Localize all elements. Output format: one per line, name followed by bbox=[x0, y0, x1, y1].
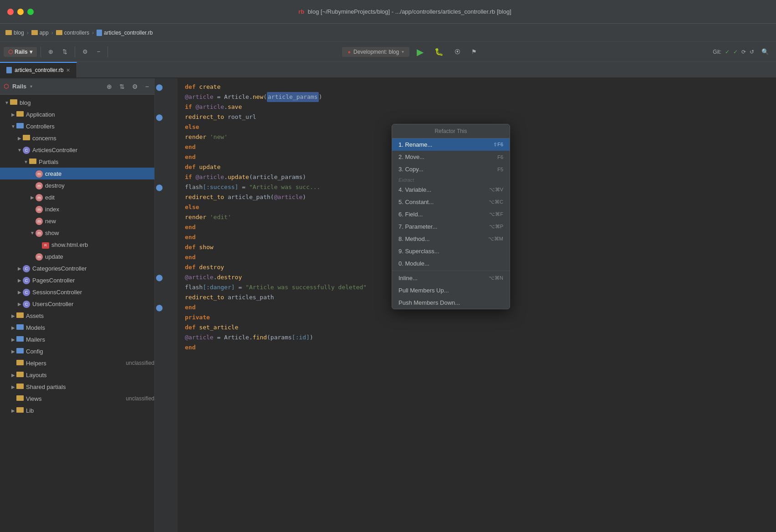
add-button[interactable]: ⊕ bbox=[45, 46, 57, 57]
context-menu-item-variable[interactable]: 4. Variable... ⌥⌘V bbox=[392, 184, 510, 196]
file-icon bbox=[6, 67, 12, 73]
traffic-lights[interactable] bbox=[7, 9, 34, 15]
context-menu-item-rename[interactable]: 1. Rename... ⇧F6 bbox=[392, 138, 510, 151]
sidebar-item-controllers[interactable]: ▼ Controllers bbox=[0, 120, 154, 132]
sidebar-item-edit[interactable]: ▶ m edit bbox=[0, 191, 154, 203]
context-menu-section-extract: Extract bbox=[392, 175, 510, 184]
sidebar-item-layouts[interactable]: ▶ Layouts bbox=[0, 369, 154, 381]
tab-close-button[interactable]: ✕ bbox=[66, 67, 70, 73]
folder-icon bbox=[16, 360, 24, 365]
method-icon: m bbox=[36, 230, 43, 237]
sidebar-add-button[interactable]: ⊕ bbox=[105, 82, 114, 91]
method-icon: m bbox=[36, 206, 43, 213]
folder-icon bbox=[16, 348, 24, 353]
controller-icon: C bbox=[23, 277, 30, 284]
folder-icon bbox=[16, 324, 24, 330]
sidebar-item-pages-controller[interactable]: ▶ C PagesController bbox=[0, 274, 154, 286]
context-menu-item-parameter[interactable]: 7. Parameter... ⌥⌘P bbox=[392, 220, 510, 233]
breadcrumb-controllers[interactable]: controllers bbox=[56, 30, 89, 36]
minimize-button[interactable] bbox=[17, 9, 24, 15]
sync-button[interactable]: ⇅ bbox=[59, 46, 71, 57]
sidebar-item-categories-controller[interactable]: ▶ C CategoriesController bbox=[0, 262, 154, 274]
profile-button[interactable]: ⚑ bbox=[468, 46, 480, 57]
file-icon bbox=[97, 30, 102, 36]
sidebar-item-shared-partials[interactable]: ▶ Shared partials bbox=[0, 381, 154, 393]
controller-icon: C bbox=[23, 265, 30, 272]
context-menu-item-push-members-down[interactable]: Push Members Down... bbox=[392, 297, 510, 309]
context-menu-item-method[interactable]: 8. Method... ⌥⌘M bbox=[392, 233, 510, 245]
sidebar-item-helpers[interactable]: Helpers unclassified bbox=[0, 357, 154, 369]
toolbar-separator bbox=[107, 46, 108, 57]
sidebar-item-articles-controller[interactable]: ▼ C ArticlesController bbox=[0, 144, 154, 156]
folder-icon bbox=[16, 384, 24, 389]
breadcrumb-blog[interactable]: blog bbox=[5, 30, 24, 36]
tab-bar: articles_controller.rb ✕ bbox=[0, 62, 776, 78]
toolbar-separator bbox=[41, 46, 41, 57]
context-menu[interactable]: Refactor This 1. Rename... ⇧F6 2. Move..… bbox=[392, 124, 510, 309]
toolbar-separator bbox=[75, 46, 75, 57]
sidebar-item-index[interactable]: m index bbox=[0, 203, 154, 215]
sidebar-item-create[interactable]: m create bbox=[0, 168, 154, 179]
sidebar-item-models[interactable]: ▶ Models bbox=[0, 322, 154, 333]
controller-icon: C bbox=[23, 147, 30, 154]
rails-icon: ⬡ bbox=[4, 83, 9, 90]
context-menu-item-module[interactable]: 0. Module... bbox=[392, 257, 510, 270]
sidebar-toolbar: ⬡ Rails ▾ ⊕ ⇅ ⚙ − bbox=[0, 78, 154, 95]
sidebar-item-sessions-controller[interactable]: ▶ C SessionsController bbox=[0, 286, 154, 298]
folder-icon bbox=[16, 407, 24, 413]
folder-icon bbox=[56, 30, 62, 35]
close-button[interactable] bbox=[7, 9, 14, 15]
sidebar-item-config[interactable]: ▶ Config bbox=[0, 345, 154, 357]
tab-articles-controller[interactable]: articles_controller.rb ✕ bbox=[0, 62, 77, 77]
folder-icon bbox=[16, 312, 24, 318]
folder-icon bbox=[29, 159, 36, 164]
sidebar-close-button[interactable]: − bbox=[143, 82, 151, 91]
folder-icon bbox=[10, 99, 17, 105]
run-button[interactable]: ▶ bbox=[413, 45, 427, 59]
gutter: ⬤ ⬤ ⬤ bbox=[155, 78, 178, 532]
sidebar-item-mailers[interactable]: ▶ Mailers bbox=[0, 333, 154, 345]
context-menu-item-pull-members-up[interactable]: Pull Members Up... bbox=[392, 284, 510, 297]
sidebar-item-show-html-erb[interactable]: R show.html.erb bbox=[0, 239, 154, 251]
sidebar-item-destroy[interactable]: m destroy bbox=[0, 179, 154, 191]
sidebar-item-assets[interactable]: ▶ Assets bbox=[0, 310, 154, 322]
controller-icon: C bbox=[23, 301, 30, 308]
maximize-button[interactable] bbox=[27, 9, 34, 15]
context-menu-separator bbox=[392, 271, 510, 271]
context-menu-item-superclass[interactable]: 9. Superclass... bbox=[392, 245, 510, 257]
context-menu-item-move[interactable]: 2. Move... F6 bbox=[392, 151, 510, 163]
code-editor[interactable]: ⬤ ⬤ ⬤ bbox=[155, 78, 776, 532]
sidebar-item-views[interactable]: Views unclassified bbox=[0, 393, 154, 404]
sidebar-item-update[interactable]: m update bbox=[0, 251, 154, 262]
folder-icon bbox=[16, 336, 24, 342]
sidebar-settings-button[interactable]: ⚙ bbox=[130, 82, 140, 91]
sidebar-tree: ▼ blog ▶ Application ▼ Controllers bbox=[0, 95, 154, 532]
minus-button[interactable]: − bbox=[93, 46, 104, 57]
search-toolbar-button[interactable]: 🔍 bbox=[758, 46, 772, 57]
context-menu-item-field[interactable]: 6. Field... ⌥⌘F bbox=[392, 208, 510, 220]
sidebar-filter-button[interactable]: ⇅ bbox=[117, 82, 127, 91]
rb-icon: R bbox=[42, 242, 49, 249]
context-menu-item-constant[interactable]: 5. Constant... ⌥⌘C bbox=[392, 196, 510, 208]
breadcrumb-app[interactable]: app bbox=[31, 30, 49, 36]
coverage-button[interactable]: ⦿ bbox=[451, 46, 464, 57]
method-icon: m bbox=[36, 182, 43, 189]
sidebar-item-lib[interactable]: ▶ Lib bbox=[0, 404, 154, 416]
context-menu-item-inline[interactable]: Inline... ⌥⌘N bbox=[392, 272, 510, 284]
tree-root-blog[interactable]: ▼ blog bbox=[0, 97, 154, 108]
context-menu-item-copy[interactable]: 3. Copy... F5 bbox=[392, 163, 510, 175]
run-config[interactable]: ● Development: blog ▾ bbox=[342, 47, 409, 57]
sidebar-item-show[interactable]: ▼ m show bbox=[0, 227, 154, 239]
sidebar-item-new[interactable]: m new bbox=[0, 215, 154, 227]
sidebar-item-partials[interactable]: ▼ Partials bbox=[0, 156, 154, 168]
folder-icon bbox=[16, 372, 24, 377]
breadcrumb-file[interactable]: articles_controller.rb bbox=[97, 30, 153, 36]
sidebar-item-concerns[interactable]: ▶ concerns bbox=[0, 132, 154, 144]
folder-icon bbox=[16, 395, 24, 401]
sidebar-item-users-controller[interactable]: ▶ C UsersController bbox=[0, 298, 154, 310]
settings-button[interactable]: ⚙ bbox=[79, 46, 92, 57]
rails-button[interactable]: ⬡ Rails ▾ bbox=[4, 47, 37, 57]
debug-button[interactable]: 🐛 bbox=[431, 46, 447, 58]
sidebar-item-application[interactable]: ▶ Application bbox=[0, 108, 154, 120]
toolbar: ⬡ Rails ▾ ⊕ ⇅ ⚙ − ● Development: blog ▾ … bbox=[0, 42, 776, 62]
